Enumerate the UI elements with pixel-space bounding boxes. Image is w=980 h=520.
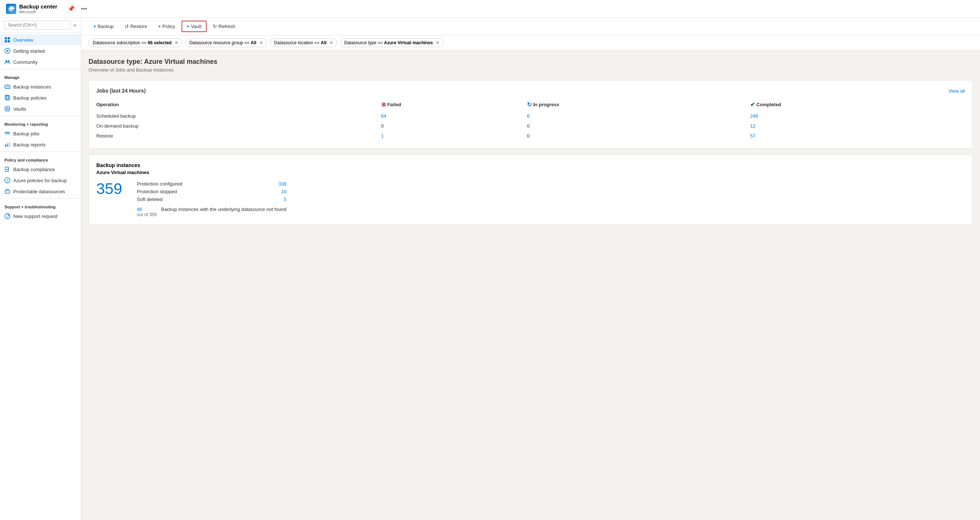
filter-location-label: Datasource location == All	[274, 40, 326, 45]
filters-bar: Datasource subscription == 66 selected ✕…	[81, 35, 980, 51]
sidebar-item-vaults[interactable]: Vaults	[0, 103, 81, 114]
stat-row-stopped: Protection stopped 16	[137, 189, 286, 194]
svg-rect-22	[5, 134, 10, 135]
stat-configured-value[interactable]: 338	[278, 181, 286, 187]
orphan-section: 86 out of 359 Backup instances with the …	[137, 206, 286, 217]
policy-section-label: Policy and compliance	[0, 154, 81, 164]
jobs-card-header: Jobs (last 24 Hours) View all	[96, 88, 965, 94]
filter-resource-group[interactable]: Datasource resource group == All ✕	[185, 38, 267, 47]
support-section-label: Support + troubleshooting	[0, 200, 81, 211]
getting-started-icon	[5, 48, 10, 54]
sidebar-item-backup-compliance[interactable]: Backup compliance	[0, 164, 81, 175]
backup-label: Backup	[98, 24, 114, 29]
community-label: Community	[13, 59, 38, 65]
sidebar-item-getting-started[interactable]: Getting started	[0, 45, 81, 56]
backup-reports-icon	[5, 142, 10, 147]
filter-subscription-label: Datasource subscription == 66 selected	[92, 40, 172, 45]
sidebar-item-backup-policies[interactable]: Backup policies	[0, 92, 81, 103]
sidebar-item-protectable-datasources[interactable]: Protectable datasources	[0, 186, 81, 197]
sidebar-item-backup-reports[interactable]: Backup reports	[0, 139, 81, 150]
backup-compliance-icon	[5, 166, 10, 172]
svg-rect-21	[5, 133, 10, 134]
col-failed: ⊗ Failed	[381, 100, 527, 111]
azure-policies-label: Azure policies for backup	[13, 178, 67, 183]
job-failed-2[interactable]: 1	[381, 131, 527, 141]
svg-rect-28	[5, 190, 10, 193]
instances-layout: 359 Protection configured 338 Protection…	[96, 181, 965, 217]
job-failed-0[interactable]: 64	[381, 111, 527, 121]
restore-icon: ↺	[125, 24, 129, 29]
svg-point-8	[6, 60, 7, 62]
sidebar-item-azure-policies[interactable]: Azure policies for backup	[0, 175, 81, 186]
backup-compliance-label: Backup compliance	[13, 167, 55, 172]
backup-button[interactable]: + Backup	[89, 21, 118, 32]
job-completed-1[interactable]: 12	[750, 121, 965, 131]
protection-stats: Protection configured 338 Protection sto…	[137, 181, 286, 202]
restore-button[interactable]: ↺ Restore	[120, 21, 152, 32]
sidebar-item-new-support[interactable]: New support request	[0, 211, 81, 222]
svg-point-9	[8, 60, 10, 62]
jobs-view-all[interactable]: View all	[948, 88, 965, 94]
restore-label: Restore	[130, 24, 147, 29]
pin-icon[interactable]: 📌	[66, 4, 76, 14]
new-support-icon	[5, 213, 10, 219]
svg-rect-3	[8, 37, 10, 40]
filter-type-clear[interactable]: ✕	[436, 40, 439, 45]
sidebar-item-backup-jobs[interactable]: Backup jobs	[0, 128, 81, 139]
filter-resource-group-label: Datasource resource group == All	[189, 40, 256, 45]
sidebar-item-overview[interactable]: Overview	[0, 34, 81, 45]
new-support-label: New support request	[13, 214, 57, 219]
collapse-button[interactable]: «	[73, 22, 76, 28]
top-bar: Backup center Microsoft 📌 •••	[0, 0, 980, 18]
filter-location[interactable]: Datasource location == All ✕	[270, 38, 337, 47]
community-icon	[5, 59, 10, 65]
refresh-button[interactable]: ↻ Refresh	[208, 21, 240, 32]
vault-button[interactable]: + Vault	[181, 21, 207, 32]
search-box: «	[0, 18, 81, 33]
job-failed-1: 0	[381, 121, 527, 131]
vault-label: Vault	[191, 24, 202, 29]
orphan-number[interactable]: 86	[137, 206, 156, 212]
stat-stopped-label: Protection stopped	[137, 189, 177, 194]
svg-rect-5	[8, 40, 10, 43]
app-title-block: Backup center Microsoft	[19, 3, 57, 14]
policy-button[interactable]: + Policy	[153, 21, 180, 32]
sidebar-item-community[interactable]: Community	[0, 56, 81, 68]
total-instances-number[interactable]: 359	[96, 181, 122, 197]
col-completed: ✔ Completed	[750, 100, 965, 111]
job-completed-0[interactable]: 246	[750, 111, 965, 121]
filter-subscription-clear[interactable]: ✕	[175, 40, 178, 45]
job-operation-0: Scheduled backup	[96, 111, 381, 121]
toolbar: + Backup ↺ Restore + Policy + Vault ↻ Re…	[81, 18, 980, 35]
filter-resource-group-clear[interactable]: ✕	[259, 40, 263, 45]
filter-subscription[interactable]: Datasource subscription == 66 selected ✕	[89, 38, 182, 47]
job-completed-2[interactable]: 57	[750, 131, 965, 141]
more-icon[interactable]: •••	[80, 4, 89, 14]
backup-policies-icon	[5, 95, 10, 101]
overview-label: Overview	[13, 37, 33, 43]
filter-location-clear[interactable]: ✕	[329, 40, 333, 45]
policy-plus-icon: +	[158, 24, 161, 29]
stat-stopped-value[interactable]: 16	[281, 189, 286, 194]
stat-softdeleted-value[interactable]: 5	[284, 197, 286, 202]
vaults-icon	[5, 106, 10, 112]
getting-started-label: Getting started	[13, 48, 45, 54]
col-inprogress: ↻ In progress	[527, 100, 750, 111]
job-inprogress-0[interactable]: 8	[527, 111, 750, 121]
filter-type[interactable]: Datasource type == Azure Virtual machine…	[340, 38, 444, 47]
azure-policies-icon	[5, 178, 10, 183]
search-input[interactable]	[5, 21, 70, 30]
overview-icon	[5, 37, 10, 43]
sidebar-item-backup-instances[interactable]: Backup instances	[0, 81, 81, 92]
protectable-datasources-icon	[5, 189, 10, 194]
policy-label: Policy	[162, 24, 175, 29]
backup-reports-label: Backup reports	[13, 142, 45, 147]
orphan-num-block: 86 out of 359	[137, 206, 156, 217]
svg-rect-24	[7, 143, 8, 147]
job-inprogress-1: 0	[527, 121, 750, 131]
backup-instances-icon	[5, 84, 10, 90]
refresh-label: Refresh	[218, 24, 235, 29]
table-row: On-demand backup 0 0 12	[96, 121, 965, 131]
svg-rect-13	[5, 95, 8, 100]
stat-row-softdeleted: Soft deleted 5	[137, 197, 286, 202]
